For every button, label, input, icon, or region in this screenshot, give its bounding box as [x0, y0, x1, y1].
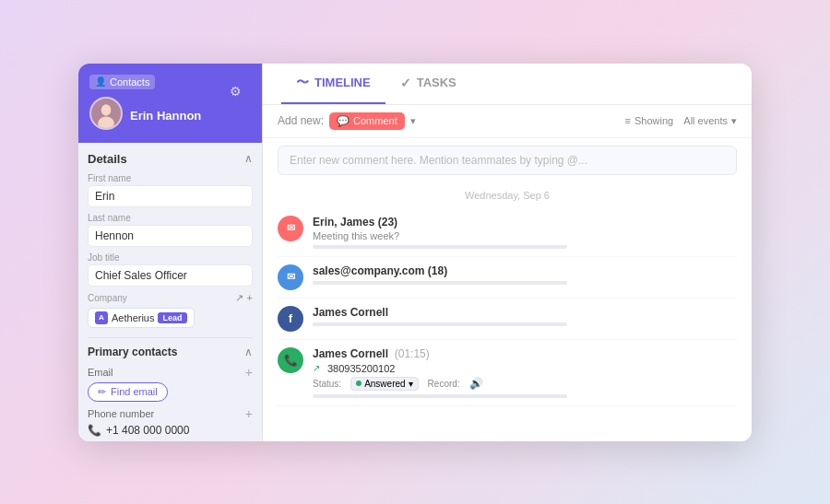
svg-point-2 [98, 116, 114, 129]
comment-label: Comment [353, 115, 397, 126]
email-add-btn[interactable]: + [245, 366, 253, 379]
timeline-content: Wednesday, Sep 6 ✉ Erin, James (23) Meet… [263, 182, 752, 441]
showing-label: Showing [634, 115, 673, 126]
last-name-input[interactable] [88, 225, 253, 247]
call-status-row: Status: Answered ▾ Record: 🔊 [313, 377, 737, 391]
fb-title: James Cornell [313, 306, 737, 319]
details-title: Details [88, 152, 127, 166]
first-name-label: First name [88, 173, 253, 183]
phone-field-row: Phone number + [88, 407, 253, 420]
job-title-label: Job title [88, 252, 253, 263]
last-name-group: Last name [88, 213, 253, 247]
contacts-icon: 👤 [95, 76, 106, 87]
call-title: James Cornell (01:15) [313, 347, 737, 360]
find-email-icon: ✏ [98, 386, 106, 398]
list-item: ✉ sales@company.com (18) [278, 257, 737, 299]
company-row: Company ↗ + [88, 292, 253, 304]
primary-contacts-title: Primary contacts [88, 346, 177, 358]
company-icon: A [95, 311, 108, 324]
status-dot [356, 381, 362, 386]
fb-bar [313, 322, 567, 326]
settings-icon[interactable]: ⚙ [230, 84, 242, 99]
contacts-label: Contacts [110, 76, 149, 88]
timeline-icon: 〜 [296, 75, 309, 91]
comment-dropdown[interactable]: ▾ [410, 115, 416, 127]
add-new-label: Add new: [278, 114, 324, 127]
user-name: Erin Hannon [130, 109, 201, 123]
details-section: Details ∧ First name Last name Job title… [78, 143, 262, 441]
call-phone-icon: ↗ [313, 363, 320, 373]
svg-point-1 [101, 104, 112, 115]
company-label: Company [88, 293, 127, 303]
record-label: Record: [428, 379, 460, 389]
primary-contacts-collapse[interactable]: ∧ [244, 346, 253, 358]
email-thread-bar [313, 245, 567, 249]
tasks-tab-label: TASKS [417, 76, 456, 89]
fb-content: James Cornell [313, 306, 737, 326]
avatar-row: Erin Hannon [89, 97, 251, 130]
list-item: 📞 James Cornell (01:15) ↗ 380935200102 S… [278, 340, 737, 406]
phone-icon: 📞 [88, 424, 101, 437]
fb-icon: f [278, 306, 303, 332]
phone-value: +1 408 000 0000 [106, 424, 189, 437]
email-label: Email [88, 367, 113, 378]
sales-email-title: sales@company.com (18) [313, 264, 737, 277]
add-new-row: Add new: 💬 Comment ▾ ≡ Showing All event… [263, 105, 752, 138]
phone-row: 📞 +1 408 000 0000 [88, 424, 253, 437]
contacts-badge[interactable]: 👤 Contacts [89, 75, 155, 89]
sales-email-bar [313, 281, 567, 285]
lead-badge: Lead [158, 312, 186, 323]
status-badge[interactable]: Answered ▾ [350, 377, 418, 391]
tab-tasks[interactable]: ✓ TASKS [385, 64, 471, 104]
comment-input[interactable]: Enter new comment here. Mention teammate… [278, 146, 737, 175]
status-label: Status: [313, 379, 341, 389]
email-thread-title: Erin, James (23) [313, 216, 737, 229]
email-thread-sub: Meeting this week? [313, 230, 737, 241]
phone-label: Phone number [88, 408, 154, 419]
company-link-icon[interactable]: ↗ [235, 292, 243, 304]
tasks-icon: ✓ [400, 76, 411, 90]
phone-add-btn[interactable]: + [245, 407, 253, 420]
company-name: Aetherius [112, 312, 154, 323]
call-icon: 📞 [278, 347, 303, 373]
status-value: Answered [364, 379, 405, 389]
left-panel: 👤 Contacts ⚙ Erin Hannon Details [78, 64, 263, 441]
list-item: ✉ Erin, James (23) Meeting this week? [278, 208, 737, 257]
showing-filter[interactable]: ≡ Showing All events ▾ [625, 115, 737, 127]
primary-contacts-header: Primary contacts ∧ [88, 346, 253, 358]
email-field-row: Email + [88, 366, 253, 379]
email-thread-content: Erin, James (23) Meeting this week? [313, 216, 737, 249]
filter-dropdown-icon: ▾ [731, 115, 737, 127]
find-email-button[interactable]: ✏ Find email [88, 382, 168, 402]
sales-email-icon: ✉ [278, 264, 303, 290]
company-add-icon[interactable]: + [247, 292, 253, 304]
tab-timeline[interactable]: 〜 TIMELINE [281, 64, 385, 104]
tabs-header: 〜 TIMELINE ✓ TASKS [263, 64, 752, 105]
company-tag[interactable]: A Aetherius Lead [88, 308, 195, 328]
status-dropdown-icon: ▾ [409, 379, 413, 389]
date-separator: Wednesday, Sep 6 [278, 190, 737, 201]
job-title-input[interactable] [88, 264, 253, 287]
contact-header: 👤 Contacts ⚙ Erin Hannon [78, 64, 262, 143]
comment-button[interactable]: 💬 Comment [329, 112, 405, 130]
list-item: f James Cornell [278, 299, 737, 340]
first-name-input[interactable] [88, 185, 253, 207]
call-bar [313, 394, 567, 398]
comment-icon: 💬 [337, 115, 350, 127]
showing-value: All events [683, 115, 728, 126]
avatar [89, 97, 123, 130]
email-thread-icon: ✉ [278, 216, 303, 241]
collapse-icon[interactable]: ∧ [244, 152, 253, 165]
filter-icon: ≡ [625, 115, 631, 126]
timeline-tab-label: TIMELINE [314, 76, 371, 89]
find-email-label: Find email [111, 386, 158, 397]
sales-email-content: sales@company.com (18) [313, 264, 737, 285]
last-name-label: Last name [88, 213, 253, 223]
record-icon[interactable]: 🔊 [469, 377, 483, 390]
call-number: 380935200102 [327, 363, 395, 374]
first-name-group: First name [88, 173, 253, 207]
job-title-group: Job title [88, 252, 253, 287]
right-panel: 〜 TIMELINE ✓ TASKS Add new: 💬 Comment ▾ … [263, 64, 752, 441]
divider [88, 337, 253, 338]
call-content: James Cornell (01:15) ↗ 380935200102 Sta… [313, 347, 737, 398]
